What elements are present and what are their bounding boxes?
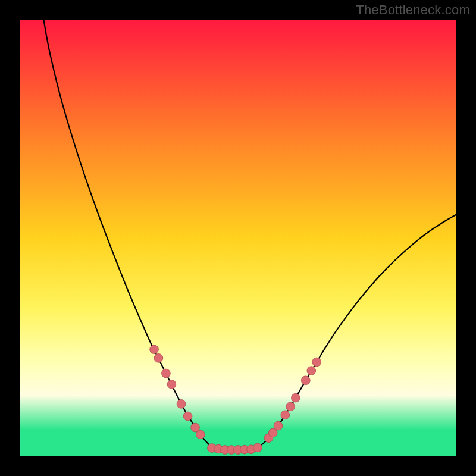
chart-svg	[20, 20, 456, 456]
marker-right	[281, 411, 290, 419]
marker-left	[177, 400, 186, 409]
marker-left	[183, 412, 192, 421]
marker-right	[301, 376, 310, 385]
marker-right	[312, 358, 321, 367]
marker-left	[162, 369, 171, 378]
marker-right	[286, 402, 295, 411]
chart-background-gradient	[20, 20, 456, 456]
marker-left	[150, 345, 159, 354]
marker-left	[167, 380, 176, 389]
marker-right	[307, 367, 316, 375]
marker-bottom	[253, 443, 262, 452]
marker-right	[274, 421, 283, 430]
marker-right	[292, 393, 300, 402]
marker-left	[154, 354, 163, 363]
chart-plot-area	[20, 20, 456, 456]
chart-stage: TheBottleneck.com	[0, 0, 476, 476]
watermark-label: TheBottleneck.com	[356, 2, 470, 18]
marker-left	[196, 430, 205, 439]
